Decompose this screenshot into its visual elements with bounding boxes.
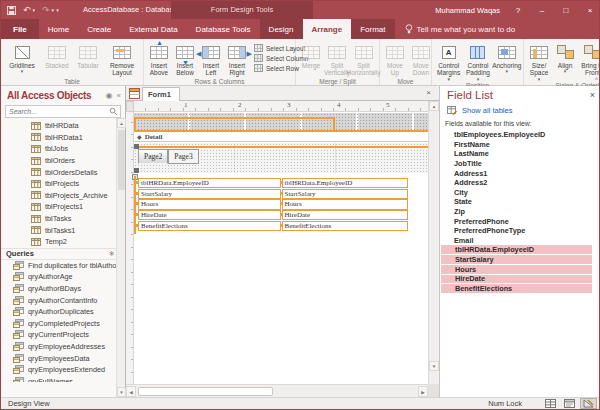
field-list-item[interactable]: PreferredPhoneType (440, 226, 600, 236)
field-list-item[interactable]: State (440, 197, 600, 207)
show-all-tables-link[interactable]: Show all tables (462, 106, 512, 115)
canvas-hscroll-thumb[interactable] (138, 387, 273, 396)
tell-me-box[interactable]: Tell me what you want to do (395, 19, 516, 39)
tab-design[interactable]: Design (260, 19, 303, 39)
form-label-control[interactable]: BenefitElections (138, 221, 281, 231)
tab-control-grid[interactable] (134, 113, 428, 131)
canvas-scroll-right-icon[interactable]: ▶ (418, 386, 428, 397)
minimize-button[interactable]: – (536, 6, 548, 15)
section-select-icon[interactable]: ◆ (137, 133, 142, 140)
nav-query-item[interactable]: qryAuthorAge (1, 271, 125, 283)
nav-section-queries[interactable]: Queries ∗ (1, 248, 125, 260)
nav-table-item[interactable]: tblOrders (1, 155, 125, 167)
nav-table-item[interactable]: tblHRData1 (1, 132, 125, 144)
form-textbox-control[interactable]: HireDate (282, 210, 408, 220)
canvas-horizontal-scrollbar[interactable]: ◀ ▶ (126, 384, 428, 397)
form-textbox-control[interactable]: StartSalary (282, 189, 408, 199)
search-icon[interactable] (109, 107, 118, 116)
nav-query-item[interactable]: qryCurrentProjects (1, 329, 125, 341)
tab-home[interactable]: Home (39, 19, 78, 39)
nav-query-item[interactable]: qryEmployeesData (1, 352, 125, 364)
field-list-item[interactable]: FirstName (440, 140, 600, 150)
remove-layout-button[interactable]: Remove Layout (103, 41, 141, 77)
field-list-item[interactable]: Address2 (440, 178, 600, 188)
nav-menu-icon[interactable]: ◉ (106, 91, 113, 100)
nav-scroll-thumb[interactable] (118, 130, 125, 190)
field-list-item[interactable]: Address1 (440, 168, 600, 178)
field-list-item[interactable]: PreferredPhone (440, 216, 600, 226)
field-list-item[interactable]: tblEmployees.EmployeeID (440, 130, 600, 140)
nav-table-item[interactable]: tblTasks (1, 213, 125, 225)
nav-query-item[interactable]: Find duplicates for tblAuthors (1, 260, 125, 272)
tab-format[interactable]: Format (351, 19, 394, 39)
nav-collapse-icon[interactable]: « (117, 91, 121, 100)
align-button[interactable]: Align▾ (552, 41, 578, 73)
form-design-surface[interactable]: ◆ Detail Page2Page3 tblHRData.EmployeeID… (134, 112, 428, 384)
nav-table-item[interactable]: tblOrdersDetails (1, 166, 125, 178)
bring-to-front-button[interactable]: Bring to Front (578, 41, 600, 77)
tab-create[interactable]: Create (78, 19, 120, 39)
show-all-tables-row[interactable]: Show all tables (440, 102, 600, 118)
customize-qat-icon[interactable]: ▾ (56, 7, 59, 13)
form-label-control[interactable]: Hours (138, 199, 281, 209)
nav-scrollbar[interactable]: ▲ ▼ (116, 118, 125, 397)
form-label-control[interactable]: HireDate (138, 210, 281, 220)
field-list-item[interactable]: JobTitle (440, 159, 600, 169)
insert-left-button[interactable]: ◀Insert Left (198, 41, 224, 77)
queries-collapse-icon[interactable]: ∗ (108, 249, 115, 258)
form-textbox-control[interactable]: tblHRData.EmployeeID (282, 178, 408, 188)
close-button[interactable]: × (584, 6, 596, 15)
user-name[interactable]: Muhammad Waqas (435, 6, 500, 15)
nav-query-item[interactable]: qryFullNames (1, 375, 125, 382)
datasheet-view-button[interactable] (542, 398, 559, 409)
nav-table-item[interactable]: tblProjects (1, 178, 125, 190)
nav-query-item[interactable]: qryEmployeesExtended (1, 364, 125, 376)
field-list-close-icon[interactable]: × (590, 90, 595, 100)
save-icon[interactable] (7, 6, 16, 15)
search-input[interactable] (6, 108, 109, 115)
insert-right-button[interactable]: ▶Insert Right (224, 41, 250, 77)
nav-table-item[interactable]: tblTasks1 (1, 224, 125, 236)
tab-arrange[interactable]: Arrange (303, 19, 352, 39)
nav-table-item[interactable]: tblProjects_Archive (1, 190, 125, 202)
form-textbox-control[interactable]: BenefitElections (282, 221, 408, 231)
nav-query-item[interactable]: qryAuthorContantInfo (1, 294, 125, 306)
gridlines-button[interactable]: Gridlines▾ (3, 41, 41, 73)
undo-dropdown-icon[interactable]: ▾ (33, 7, 36, 13)
insert-above-button[interactable]: ▲Insert Above (146, 41, 172, 77)
field-list-item[interactable]: City (440, 188, 600, 198)
nav-query-item[interactable]: qryCompletedProjects (1, 318, 125, 330)
nav-table-item[interactable]: Temp2 (1, 236, 125, 248)
tab-database-tools[interactable]: Database Tools (187, 19, 260, 39)
maximize-button[interactable]: □ (560, 6, 572, 15)
form-label-control[interactable]: StartSalary (138, 189, 281, 199)
nav-scroll-down-icon[interactable]: ▼ (117, 387, 126, 397)
nav-table-item[interactable]: tblHRData (1, 120, 125, 132)
selection-handle[interactable] (134, 168, 139, 173)
nav-query-item[interactable]: qryAuthorDuplicates (1, 306, 125, 318)
page-tab[interactable]: Page3 (168, 149, 198, 164)
canvas-scroll-up-icon[interactable]: ▲ (429, 101, 439, 111)
collapse-ribbon-icon[interactable]: ^ (595, 76, 598, 83)
field-list-item-selected[interactable]: Hours (441, 265, 592, 274)
control-margins-button[interactable]: AControl Margins▾ (434, 41, 463, 81)
nav-query-item[interactable]: qryAuthorBDays (1, 283, 125, 295)
size-space-button[interactable]: Size/ Space▾ (526, 41, 552, 81)
design-view-button[interactable] (580, 398, 597, 409)
form-view-button[interactable] (561, 398, 578, 409)
form-textbox-control[interactable]: Hours (282, 199, 408, 209)
page-tab[interactable]: Page2 (138, 149, 168, 164)
field-list-item-selected[interactable]: HireDate (441, 275, 592, 284)
field-list-item[interactable]: Email (440, 236, 600, 246)
canvas-vertical-scrollbar[interactable]: ▲ ▼ (428, 101, 439, 384)
tab-file[interactable]: File (1, 19, 39, 39)
redo-dropdown-icon[interactable]: ▾ (52, 7, 55, 13)
field-list-item-selected[interactable]: tblHRData.EmployeeID (441, 245, 592, 254)
nav-scroll-up-icon[interactable]: ▲ (117, 118, 126, 128)
field-list-item-selected[interactable]: BenefitElections (441, 284, 592, 293)
field-list-item-selected[interactable]: StartSalary (441, 255, 592, 264)
nav-table-item[interactable]: tblProjects1 (1, 201, 125, 213)
anchoring-button[interactable]: Anchoring▾ (493, 41, 521, 73)
undo-icon[interactable]: ↶ (23, 5, 31, 15)
help-button[interactable]: ? (512, 6, 524, 15)
